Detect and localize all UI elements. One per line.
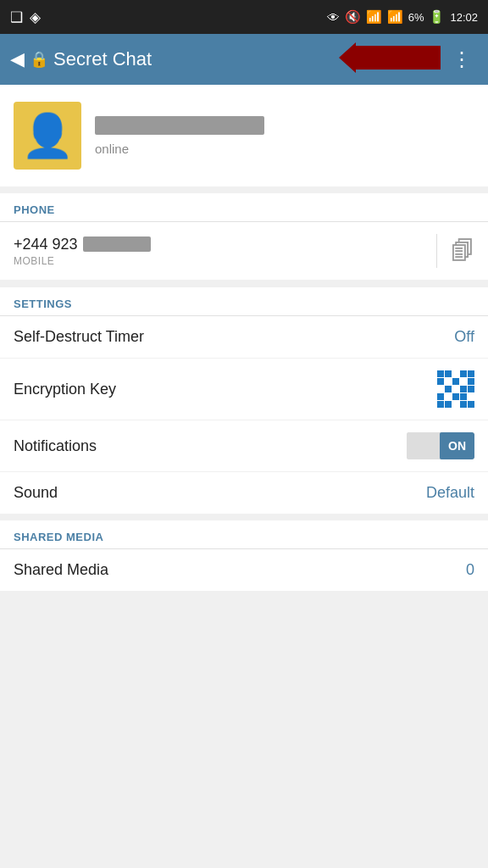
phone-number: +244 923 <box>14 236 423 253</box>
status-bar-left: ❑ ◈ <box>10 8 41 26</box>
toolbar-title: Secret Chat <box>53 48 152 70</box>
phone-type: MOBILE <box>14 255 423 267</box>
settings-section-header: SETTINGS <box>0 287 488 316</box>
self-destruct-timer-value: Off <box>454 328 474 346</box>
back-icon: ◀ <box>10 48 25 70</box>
shared-media-row[interactable]: Shared Media 0 <box>0 549 488 591</box>
dropbox-icon: ❑ <box>10 8 23 26</box>
profile-section: 👤 online <box>0 85 488 186</box>
shared-media-count: 0 <box>466 561 474 579</box>
phone-number-blurred <box>83 236 151 252</box>
avatar: 👤 <box>14 102 81 170</box>
status-bar-right: 👁 🔇 📶 📶 6% 🔋 12:02 <box>327 9 478 25</box>
notifications-row[interactable]: Notifications ON <box>0 420 488 472</box>
notifications-toggle[interactable]: ON <box>407 432 474 459</box>
signal-icon: 📶 <box>387 9 403 25</box>
sound-label: Sound <box>14 484 426 502</box>
mute-icon: 🔇 <box>345 9 361 25</box>
shared-media-header: SHARED MEDIA <box>0 520 488 549</box>
more-options-button[interactable]: ⋮ <box>446 44 478 75</box>
sound-value: Default <box>426 484 474 502</box>
avatar-person-icon: 👤 <box>21 114 74 157</box>
eye-icon: 👁 <box>327 10 340 25</box>
arrow-annotation <box>339 42 441 76</box>
phone-section-header: PHONE <box>0 193 488 222</box>
phone-row: +244 923 MOBILE 🗐 <box>0 222 488 281</box>
settings-section: SETTINGS Self-Destruct Timer Off Encrypt… <box>0 287 488 514</box>
svg-marker-0 <box>339 42 441 73</box>
self-destruct-timer-label: Self-Destruct Timer <box>14 328 454 346</box>
encryption-key-qr-icon <box>437 370 474 408</box>
toggle-off-part <box>407 432 440 459</box>
notifications-label: Notifications <box>14 437 407 455</box>
lock-icon: 🔒 <box>30 50 48 69</box>
profile-info: online <box>95 116 474 156</box>
status-bar: ❑ ◈ 👁 🔇 📶 📶 6% 🔋 12:02 <box>0 0 488 34</box>
shared-media-label: Shared Media <box>14 561 466 579</box>
toolbar: ◀ 🔒 Secret Chat ⋮ <box>0 34 488 85</box>
encryption-key-label: Encryption Key <box>14 381 437 398</box>
battery-percent: 6% <box>408 11 424 24</box>
self-destruct-timer-row[interactable]: Self-Destruct Timer Off <box>0 316 488 359</box>
encryption-key-row[interactable]: Encryption Key <box>0 359 488 420</box>
message-icon[interactable]: 🗐 <box>451 237 474 265</box>
clock: 12:02 <box>450 11 478 24</box>
phone-section: PHONE +244 923 MOBILE 🗐 <box>0 193 488 281</box>
wifi-icon: 📶 <box>366 9 382 25</box>
phone-number-prefix: +244 923 <box>14 236 78 253</box>
toggle-on-label: ON <box>440 432 474 459</box>
profile-name-blurred <box>95 116 264 135</box>
shared-media-section: SHARED MEDIA Shared Media 0 <box>0 520 488 591</box>
profile-status: online <box>95 142 474 156</box>
sound-row[interactable]: Sound Default <box>0 472 488 514</box>
battery-icon: 🔋 <box>429 9 445 25</box>
bbm-icon: ◈ <box>30 8 41 26</box>
phone-divider <box>436 234 437 268</box>
phone-info: +244 923 MOBILE <box>14 236 423 267</box>
